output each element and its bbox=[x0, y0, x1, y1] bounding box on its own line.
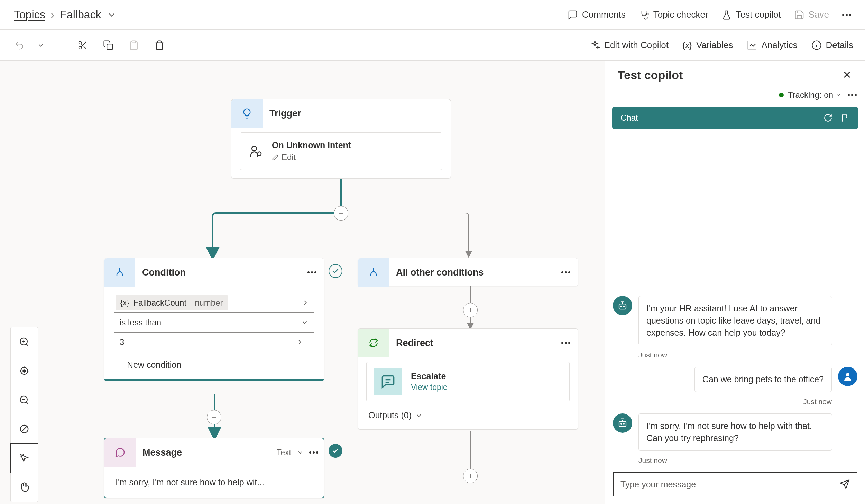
test-pane-more-button[interactable] bbox=[848, 94, 857, 96]
chevron-down-icon[interactable] bbox=[107, 10, 117, 20]
tracking-label: Tracking: on bbox=[788, 90, 833, 100]
save-label: Save bbox=[809, 9, 829, 20]
all-other-conditions-node[interactable]: All other conditions bbox=[358, 258, 578, 286]
bot-icon bbox=[617, 300, 628, 311]
chat-icon bbox=[380, 374, 396, 389]
branch-icon bbox=[114, 267, 125, 278]
condition-icon-box bbox=[104, 258, 135, 287]
condition-variable: FallbackCount bbox=[134, 298, 186, 308]
outputs-label: Outputs (0) bbox=[368, 410, 412, 420]
redirect-node[interactable]: Redirect Escalate View topic Outputs (0) bbox=[358, 328, 578, 430]
condition-value-field[interactable]: 3 bbox=[114, 332, 314, 352]
condition-operator-field[interactable]: is less than bbox=[114, 312, 314, 333]
redirect-body: Escalate View topic bbox=[366, 362, 570, 401]
condition-variable-field[interactable]: {x} FallbackCount number bbox=[114, 293, 314, 313]
delete-button[interactable] bbox=[152, 38, 167, 53]
add-node-button[interactable] bbox=[207, 410, 221, 424]
trigger-node[interactable]: Trigger On Unknown Intent Edit bbox=[231, 99, 451, 179]
new-condition-button[interactable]: New condition bbox=[114, 360, 314, 370]
svg-rect-17 bbox=[619, 421, 626, 427]
edit-trigger-link[interactable]: Edit bbox=[272, 152, 351, 162]
add-node-button[interactable] bbox=[334, 206, 348, 221]
chart-icon bbox=[747, 40, 757, 50]
check-icon bbox=[332, 447, 339, 455]
cut-button[interactable] bbox=[75, 38, 90, 53]
analytics-button[interactable]: Analytics bbox=[747, 40, 797, 50]
zoom-out-icon bbox=[19, 395, 29, 405]
plus-icon bbox=[467, 473, 474, 479]
person-icon bbox=[843, 371, 853, 382]
test-copilot-button[interactable]: Test copilot bbox=[721, 9, 781, 20]
breadcrumb-toolbar: Topics › Fallback Comments Topic checker… bbox=[0, 0, 865, 30]
chat-label: Chat bbox=[620, 113, 638, 123]
chevron-right-icon bbox=[302, 299, 309, 307]
svg-point-16 bbox=[846, 373, 849, 376]
message-more-button[interactable] bbox=[309, 451, 318, 454]
zoom-out-button[interactable] bbox=[11, 385, 38, 414]
redirect-more-button[interactable] bbox=[561, 342, 570, 344]
condition-value: 3 bbox=[120, 337, 124, 347]
chevron-down-icon bbox=[301, 319, 309, 326]
chevron-down-icon[interactable] bbox=[297, 449, 304, 456]
view-topic-link[interactable]: View topic bbox=[411, 383, 447, 392]
send-icon[interactable] bbox=[839, 479, 850, 489]
plus-icon bbox=[114, 361, 122, 369]
bot-message: I'm sorry, I'm not sure how to help with… bbox=[638, 413, 832, 451]
chevron-down-icon bbox=[37, 41, 45, 49]
cursor-icon bbox=[19, 453, 29, 463]
breadcrumb-root[interactable]: Topics bbox=[14, 8, 45, 21]
close-test-pane-button[interactable] bbox=[841, 69, 853, 82]
zoom-in-button[interactable] bbox=[11, 327, 38, 356]
timestamp: Just now bbox=[613, 398, 832, 406]
reset-view-button[interactable] bbox=[11, 356, 38, 385]
condition-more-button[interactable] bbox=[307, 271, 316, 273]
trash-icon bbox=[154, 40, 165, 50]
undo-button bbox=[12, 38, 27, 53]
edit-with-copilot-label: Edit with Copilot bbox=[604, 40, 669, 50]
svg-rect-13 bbox=[619, 304, 626, 309]
message-format[interactable]: Text bbox=[277, 448, 291, 457]
action-toolbar: Edit with Copilot {x} Variables Analytic… bbox=[0, 30, 865, 61]
condition-node[interactable]: Condition {x} FallbackCount number is le… bbox=[104, 258, 324, 380]
minimap-button[interactable] bbox=[11, 414, 38, 444]
analytics-label: Analytics bbox=[761, 40, 797, 50]
user-avatar bbox=[838, 367, 857, 386]
pan-tool-button[interactable] bbox=[11, 473, 38, 502]
condition-title: Condition bbox=[135, 267, 307, 278]
message-title: Message bbox=[136, 447, 277, 458]
braces-icon: {x} bbox=[120, 298, 129, 307]
edit-with-copilot-button[interactable]: Edit with Copilot bbox=[590, 40, 669, 50]
canvas[interactable]: Trigger On Unknown Intent Edit Cond bbox=[0, 61, 605, 504]
selection-tool-button[interactable] bbox=[11, 444, 38, 473]
details-label: Details bbox=[826, 40, 853, 50]
add-node-button[interactable] bbox=[463, 303, 478, 317]
sparkle-icon bbox=[590, 40, 600, 50]
svg-point-1 bbox=[79, 41, 82, 44]
outputs-toggle[interactable]: Outputs (0) bbox=[358, 401, 578, 429]
topic-checker-button[interactable]: Topic checker bbox=[639, 9, 708, 20]
info-icon bbox=[811, 40, 822, 50]
user-message: Can we bring pets to the office? bbox=[694, 367, 832, 392]
svg-point-19 bbox=[624, 423, 625, 424]
add-node-button[interactable] bbox=[463, 469, 478, 483]
flag-icon[interactable] bbox=[841, 113, 850, 122]
comments-button[interactable]: Comments bbox=[568, 9, 626, 20]
all-other-more-button[interactable] bbox=[561, 271, 570, 273]
plus-icon bbox=[467, 307, 474, 314]
braces-icon: {x} bbox=[682, 40, 692, 50]
close-icon bbox=[841, 69, 853, 80]
refresh-icon[interactable] bbox=[823, 113, 832, 122]
no-circle-icon bbox=[19, 424, 29, 434]
save-button: Save bbox=[794, 9, 829, 20]
details-button[interactable]: Details bbox=[811, 40, 853, 50]
paste-button bbox=[126, 38, 141, 53]
more-button[interactable] bbox=[842, 14, 851, 16]
chat-input-box[interactable] bbox=[613, 472, 857, 496]
chat-input[interactable] bbox=[620, 479, 839, 489]
tracking-toggle[interactable]: Tracking: on bbox=[779, 90, 841, 100]
undo-dropdown[interactable] bbox=[33, 38, 48, 53]
message-node[interactable]: Message Text I'm sorry, I'm not sure how… bbox=[104, 438, 324, 498]
copy-button[interactable] bbox=[101, 38, 116, 53]
message-preview[interactable]: I'm sorry, I'm not sure how to help wit.… bbox=[104, 467, 324, 498]
variables-button[interactable]: {x} Variables bbox=[682, 40, 733, 50]
